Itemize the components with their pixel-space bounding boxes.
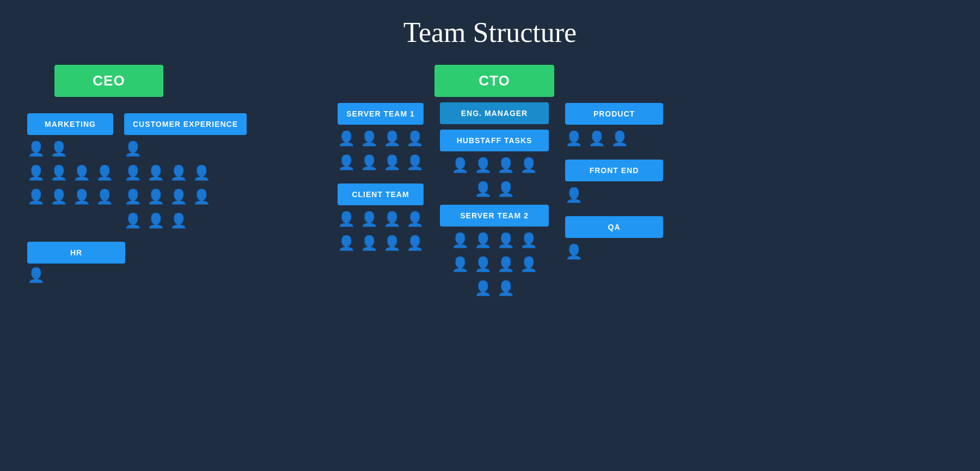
person-icon: 👤 xyxy=(406,131,424,145)
marketing-row-1: 👤 👤 xyxy=(27,142,113,156)
fe-row-1: 👤 xyxy=(565,188,663,202)
cx-box: CUSTOMER EXPERIENCE xyxy=(124,113,247,135)
person-icon: 👤 xyxy=(147,189,164,204)
hr-box: HR xyxy=(27,242,125,264)
person-icon: 👤 xyxy=(520,257,537,271)
person-icon: 👤 xyxy=(170,213,187,228)
person-icon: 👤 xyxy=(406,212,424,226)
person-icon: 👤 xyxy=(588,131,605,145)
person-icon: 👤 xyxy=(73,166,90,180)
cto-middle-column: CTO ENG. MANAGER HUBSTAFF TASKS 👤 👤 👤 👤 … xyxy=(434,65,554,298)
person-icon: 👤 xyxy=(27,189,45,204)
person-icon: 👤 xyxy=(27,268,45,282)
hubstaff-column: HUBSTAFF TASKS 👤 👤 👤 👤 👤 👤 xyxy=(440,130,549,199)
person-icon: 👤 xyxy=(474,158,492,172)
hubstaff-box: HUBSTAFF TASKS xyxy=(440,130,549,151)
hr-row-1: 👤 xyxy=(27,268,125,282)
st2-row-2: 👤 👤 👤 👤 xyxy=(451,257,537,271)
person-icon: 👤 xyxy=(50,189,68,204)
cto-box: CTO xyxy=(434,65,554,97)
person-icon: 👤 xyxy=(193,189,210,204)
page-title: Team Structure xyxy=(11,11,969,48)
person-icon: 👤 xyxy=(474,182,492,196)
marketing-row-3: 👤 👤 👤 👤 xyxy=(27,189,113,204)
person-icon: 👤 xyxy=(565,244,583,259)
st2-row-1: 👤 👤 👤 👤 xyxy=(451,233,537,247)
prod-row-1: 👤 👤 👤 xyxy=(565,131,663,145)
server-team-1-box: SERVER TEAM 1 xyxy=(338,103,424,125)
ceo-section: CEO MARKETING 👤 👤 👤 👤 👤 👤 👤 👤 xyxy=(27,65,289,285)
cx-column: CUSTOMER EXPERIENCE 👤 👤 👤 👤 👤 👤 👤 👤 👤 xyxy=(124,113,247,231)
st2-row-3: 👤 👤 xyxy=(474,281,514,295)
qa-column: QA 👤 xyxy=(565,216,663,262)
person-icon: 👤 xyxy=(497,158,514,172)
person-icon: 👤 xyxy=(96,189,113,204)
person-icon: 👤 xyxy=(406,155,424,169)
person-icon: 👤 xyxy=(474,257,492,271)
person-icon: 👤 xyxy=(124,189,142,204)
person-icon: 👤 xyxy=(124,213,142,228)
person-icon: 👤 xyxy=(360,212,378,226)
person-icon: 👤 xyxy=(73,189,90,204)
person-icon: 👤 xyxy=(565,188,583,202)
frontend-column: FRONT END 👤 xyxy=(565,160,663,205)
person-icon: 👤 xyxy=(383,212,401,226)
person-icon: 👤 xyxy=(338,236,355,250)
person-icon: 👤 xyxy=(50,142,68,156)
person-icon: 👤 xyxy=(193,166,210,180)
person-icon: 👤 xyxy=(338,131,355,145)
qa-box: QA xyxy=(565,216,663,238)
client-team-box: CLIENT TEAM xyxy=(338,183,424,205)
person-icon: 👤 xyxy=(27,166,45,180)
main-layout: CEO MARKETING 👤 👤 👤 👤 👤 👤 👤 👤 xyxy=(11,65,969,309)
qa-row-1: 👤 xyxy=(565,244,663,259)
person-icon: 👤 xyxy=(497,233,514,247)
marketing-box: MARKETING xyxy=(27,113,113,135)
person-icon: 👤 xyxy=(96,166,113,180)
marketing-row-2: 👤 👤 👤 👤 xyxy=(27,166,113,180)
cx-row-1: 👤 xyxy=(124,142,247,156)
st1-row-2: 👤 👤 👤 👤 xyxy=(338,155,424,169)
person-icon: 👤 xyxy=(360,131,378,145)
server-team-1-column: SERVER TEAM 1 👤 👤 👤 👤 👤 👤 👤 👤 xyxy=(338,103,424,173)
person-icon: 👤 xyxy=(50,166,68,180)
person-icon: 👤 xyxy=(520,158,537,172)
person-icon: 👤 xyxy=(27,142,45,156)
person-icon: 👤 xyxy=(147,213,164,228)
person-icon: 👤 xyxy=(451,257,469,271)
person-icon: 👤 xyxy=(170,166,187,180)
person-icon: 👤 xyxy=(383,155,401,169)
server-team-2-box: SERVER TEAM 2 xyxy=(440,205,549,227)
ht-row-1: 👤 👤 👤 👤 xyxy=(451,158,537,172)
person-icon: 👤 xyxy=(147,166,164,180)
marketing-column: MARKETING 👤 👤 👤 👤 👤 👤 👤 👤 👤 👤 xyxy=(27,113,113,207)
ct-row-1: 👤 👤 👤 👤 xyxy=(338,212,424,226)
ceo-box: CEO xyxy=(54,65,163,97)
person-icon: 👤 xyxy=(497,182,514,196)
product-box: PRODUCT xyxy=(565,103,663,125)
person-icon: 👤 xyxy=(565,131,583,145)
person-icon: 👤 xyxy=(497,281,514,295)
cx-row-4: 👤 👤 👤 xyxy=(124,213,247,228)
cx-row-2: 👤 👤 👤 👤 xyxy=(124,166,247,180)
person-icon: 👤 xyxy=(124,166,142,180)
server-team-2-column: SERVER TEAM 2 👤 👤 👤 👤 👤 👤 👤 👤 xyxy=(440,205,549,298)
frontend-box: FRONT END xyxy=(565,160,663,181)
person-icon: 👤 xyxy=(383,131,401,145)
person-icon: 👤 xyxy=(497,257,514,271)
eng-manager-box: ENG. MANAGER xyxy=(440,102,549,124)
st1-row-1: 👤 👤 👤 👤 xyxy=(338,131,424,145)
person-icon: 👤 xyxy=(360,155,378,169)
person-icon: 👤 xyxy=(474,281,492,295)
person-icon: 👤 xyxy=(124,142,142,156)
cto-section: SERVER TEAM 1 👤 👤 👤 👤 👤 👤 👤 👤 xyxy=(338,65,953,309)
person-icon: 👤 xyxy=(406,236,424,250)
client-team-column: CLIENT TEAM 👤 👤 👤 👤 👤 👤 👤 👤 xyxy=(338,183,424,253)
person-icon: 👤 xyxy=(338,212,355,226)
person-icon: 👤 xyxy=(520,233,537,247)
cx-row-3: 👤 👤 👤 👤 xyxy=(124,189,247,204)
person-icon: 👤 xyxy=(170,189,187,204)
left-server-columns: SERVER TEAM 1 👤 👤 👤 👤 👤 👤 👤 👤 xyxy=(338,65,424,253)
person-icon: 👤 xyxy=(611,131,628,145)
person-icon: 👤 xyxy=(451,233,469,247)
